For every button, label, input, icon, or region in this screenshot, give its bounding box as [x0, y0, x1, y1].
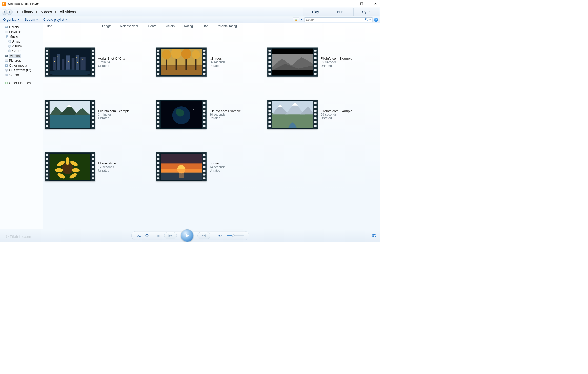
switch-to-now-playing-button[interactable]: [372, 233, 377, 239]
video-item[interactable]: Flower Video 17 seconds Unrated: [45, 141, 156, 193]
close-button[interactable]: ✕: [373, 1, 379, 6]
svg-rect-31: [53, 57, 56, 70]
sidebar-item-other-media[interactable]: Other media: [0, 63, 43, 68]
video-item[interactable]: FileInfo.com Example 52 seconds Unrated: [267, 36, 379, 88]
video-item[interactable]: fall trees 56 seconds Unrated: [156, 36, 267, 88]
caret-down-icon: ⌄: [2, 35, 4, 38]
view-options-dropdown[interactable]: ▼: [301, 18, 303, 21]
volume-slider[interactable]: [227, 235, 244, 236]
breadcrumb-item[interactable]: Library: [22, 10, 33, 14]
svg-marker-0: [3, 3, 5, 5]
forward-button[interactable]: [7, 9, 13, 15]
shuffle-button[interactable]: [137, 234, 141, 238]
svg-marker-102: [202, 234, 203, 237]
maximize-button[interactable]: ☐: [358, 1, 365, 6]
mute-button[interactable]: [218, 234, 222, 237]
app-title: Windows Media Player: [7, 2, 39, 5]
col-actors[interactable]: Actors: [164, 23, 182, 29]
film-sprocket: [91, 152, 95, 181]
volume-knob[interactable]: [232, 234, 234, 237]
svg-rect-40: [67, 58, 67, 58]
svg-rect-5: [295, 20, 295, 21]
play-button[interactable]: [181, 229, 193, 242]
sidebar-item-playlists[interactable]: Playlists: [0, 29, 43, 34]
svg-rect-46: [77, 62, 78, 63]
svg-point-72: [193, 109, 194, 110]
film-sprocket: [156, 152, 160, 181]
sidebar-item-music[interactable]: ⌄ Music: [0, 34, 43, 39]
video-item[interactable]: FileInfo.com Example 59 seconds Unrated: [267, 88, 379, 141]
create-playlist-menu[interactable]: Create playlist▼: [43, 18, 67, 22]
film-sprocket: [156, 100, 160, 129]
svg-point-29: [6, 82, 7, 84]
tab-burn[interactable]: Burn: [328, 8, 354, 16]
view-options-button[interactable]: [293, 18, 299, 22]
stop-button[interactable]: [157, 234, 160, 237]
svg-point-7: [366, 18, 367, 20]
video-item[interactable]: FileInfo.com Example 3 minutes Unrated: [45, 88, 156, 141]
video-rating: Unrated: [98, 169, 117, 172]
breadcrumb-item[interactable]: All Videos: [60, 10, 76, 14]
search-icon[interactable]: [365, 18, 368, 22]
next-button[interactable]: [197, 232, 210, 239]
video-meta: FileInfo.com Example 52 seconds Unrated: [321, 57, 352, 68]
player-bar: © FileInfo.com: [0, 229, 380, 242]
svg-marker-99: [169, 234, 171, 237]
minimize-button[interactable]: —: [344, 1, 351, 6]
search-input[interactable]: [306, 18, 365, 22]
sidebar-item-genre[interactable]: Genre: [0, 49, 43, 53]
sidebar-item-pictures[interactable]: Pictures: [0, 58, 43, 63]
stream-menu[interactable]: Stream▼: [25, 18, 38, 22]
col-size[interactable]: Size: [200, 23, 215, 29]
breadcrumb-sep-icon: ▶: [55, 10, 57, 13]
help-icon[interactable]: ?: [374, 18, 378, 22]
tab-play[interactable]: Play: [303, 8, 328, 16]
sidebar-item-library[interactable]: Library: [0, 25, 43, 30]
col-length[interactable]: Length: [100, 23, 118, 29]
video-title: FileInfo.com Example: [321, 109, 352, 113]
col-release-year[interactable]: Release year: [118, 23, 146, 29]
titlebar: Windows Media Player — ☐ ✕: [0, 0, 380, 7]
video-length: 59 seconds: [321, 113, 352, 116]
sidebar-item-videos[interactable]: Videos: [0, 53, 43, 58]
svg-point-54: [162, 50, 171, 60]
breadcrumb-item[interactable]: Videos: [41, 10, 52, 14]
svg-rect-108: [374, 234, 375, 235]
breadcrumb: ▶ Library ▶ Videos ▶ All Videos: [17, 10, 76, 14]
video-title: fall trees: [209, 57, 225, 60]
thumbnail-frame: [49, 154, 90, 180]
breadcrumb-sep-icon: ▶: [17, 10, 19, 13]
video-rating: Unrated: [209, 64, 225, 68]
svg-rect-35: [72, 58, 75, 70]
organize-menu[interactable]: Organize▼: [3, 18, 19, 22]
content-area: Title Length Release year Genre Actors R…: [43, 23, 380, 229]
film-sprocket: [91, 100, 95, 129]
sidebar-item-artist[interactable]: Artist: [0, 39, 43, 44]
film-sprocket: [91, 48, 95, 76]
col-title[interactable]: Title: [45, 23, 100, 29]
device-icon: [5, 73, 8, 77]
disc-icon: [8, 45, 11, 48]
search-dropdown[interactable]: ▼: [369, 18, 371, 21]
sidebar-item-u3[interactable]: U3 System (E:): [0, 68, 43, 73]
col-genre[interactable]: Genre: [146, 23, 164, 29]
video-item[interactable]: FileInfo.com Example 30 seconds Unrated: [156, 88, 267, 141]
previous-button[interactable]: [164, 232, 177, 239]
repeat-button[interactable]: [145, 234, 149, 238]
tab-sync[interactable]: Sync: [354, 8, 379, 16]
video-item[interactable]: Aerial Shot Of City 1 minute Unrated: [45, 36, 156, 88]
film-sprocket: [313, 48, 318, 76]
svg-rect-38: [54, 59, 54, 59]
svg-point-74: [197, 122, 197, 123]
col-parental[interactable]: Parental rating: [215, 23, 248, 29]
search-box[interactable]: ▼: [305, 17, 373, 22]
video-meta: FileInfo.com Example 3 minutes Unrated: [98, 109, 130, 120]
col-rating[interactable]: Rating: [182, 23, 200, 29]
sidebar-item-album[interactable]: Album: [0, 44, 43, 49]
sidebar-item-other-libraries[interactable]: Other Libraries: [0, 80, 43, 85]
video-item[interactable]: Sunset 14 seconds Unrated: [156, 141, 267, 193]
svg-rect-34: [66, 55, 70, 70]
sidebar-item-cruzer[interactable]: › Cruzer: [0, 73, 43, 77]
svg-marker-101: [186, 234, 189, 237]
svg-rect-97: [157, 235, 159, 237]
